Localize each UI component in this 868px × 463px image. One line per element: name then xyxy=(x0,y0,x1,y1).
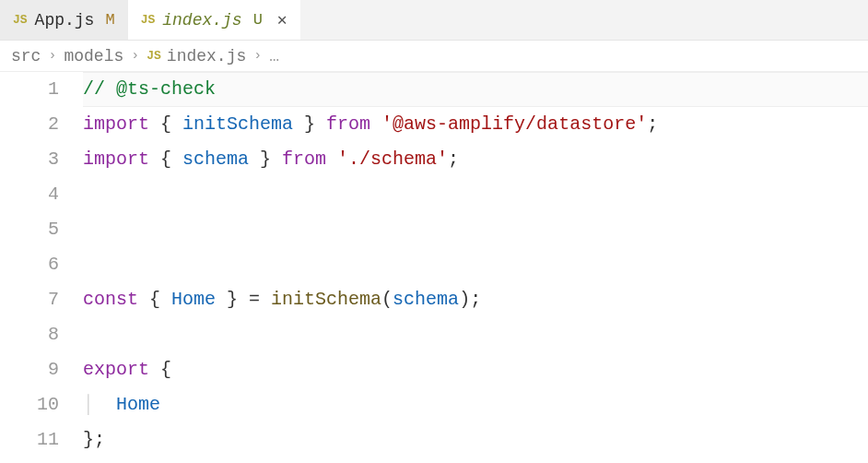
js-icon: JS xyxy=(13,13,28,27)
line-number: 8 xyxy=(0,317,59,352)
code-line[interactable]: const { Home } = initSchema(schema); xyxy=(83,282,868,317)
token-punct: ; xyxy=(448,148,459,170)
line-number: 9 xyxy=(0,352,59,387)
code-editor[interactable]: 1234567891011 // @ts-checkimport { initS… xyxy=(0,72,868,463)
token-string: '@aws-amplify/datastore' xyxy=(381,113,647,135)
token-ident: initSchema xyxy=(182,113,293,135)
breadcrumb: src › models › JS index.js › … xyxy=(0,41,868,72)
js-icon: JS xyxy=(141,13,156,27)
line-number: 2 xyxy=(0,107,59,142)
token-ident: schema xyxy=(393,289,459,310)
token-punct: { xyxy=(149,289,171,310)
indent-guide: │ xyxy=(83,387,94,422)
token-punct: { xyxy=(160,359,171,380)
line-number: 10 xyxy=(0,387,59,422)
breadcrumb-item[interactable]: models xyxy=(64,47,123,65)
code-line[interactable]: import { schema } from './schema'; xyxy=(83,142,868,177)
tab-label: App.js xyxy=(35,11,95,30)
token-func: initSchema xyxy=(271,289,381,310)
chevron-right-icon: › xyxy=(48,48,56,64)
code-line[interactable] xyxy=(83,247,868,282)
token-string: './schema' xyxy=(337,148,448,170)
token-ident: Home xyxy=(171,289,216,310)
line-number: 3 xyxy=(0,142,59,177)
token-keyword: from xyxy=(315,113,381,135)
token-comment: // @ts-check xyxy=(83,78,216,100)
line-number: 11 xyxy=(0,422,59,457)
git-status-untracked: U xyxy=(253,11,263,29)
token-punct: }; xyxy=(83,429,105,450)
js-icon: JS xyxy=(147,49,161,63)
token-punct: } = xyxy=(216,289,271,310)
git-status-modified: M xyxy=(105,11,114,29)
token-punct: { xyxy=(160,148,182,170)
line-number: 5 xyxy=(0,212,59,247)
token-punct: ); xyxy=(459,289,481,310)
line-number: 4 xyxy=(0,177,59,212)
tab-app-js[interactable]: JS App.js M xyxy=(0,0,128,40)
token-punct: { xyxy=(160,113,182,135)
token-ident: Home xyxy=(116,394,160,415)
line-number: 1 xyxy=(0,72,59,107)
token-keyword: const xyxy=(83,289,149,310)
line-number: 7 xyxy=(0,282,59,317)
code-line[interactable]: // @ts-check xyxy=(83,72,868,107)
line-number: 6 xyxy=(0,247,59,282)
token-plain xyxy=(94,394,116,415)
code-area[interactable]: // @ts-checkimport { initSchema } from '… xyxy=(83,72,868,463)
code-line[interactable] xyxy=(83,212,868,247)
token-punct: ; xyxy=(647,113,658,135)
token-punct: } xyxy=(249,148,271,170)
token-keyword: import xyxy=(83,148,160,170)
token-punct: ( xyxy=(381,289,393,310)
token-keyword: export xyxy=(83,359,160,380)
code-line[interactable]: import { initSchema } from '@aws-amplify… xyxy=(83,107,868,142)
breadcrumb-file-label: index.js xyxy=(167,47,246,65)
line-number-gutter: 1234567891011 xyxy=(0,72,83,463)
tab-index-js[interactable]: JS index.js U ✕ xyxy=(128,0,300,40)
code-line[interactable] xyxy=(83,317,868,352)
breadcrumb-ellipsis[interactable]: … xyxy=(269,47,279,65)
chevron-right-icon: › xyxy=(131,48,139,64)
code-line[interactable] xyxy=(83,177,868,212)
chevron-right-icon: › xyxy=(253,48,262,64)
token-punct: } xyxy=(293,113,315,135)
token-keyword: from xyxy=(271,148,337,170)
breadcrumb-file[interactable]: JS index.js xyxy=(147,47,246,65)
code-line[interactable]: }; xyxy=(83,422,868,457)
close-icon[interactable]: ✕ xyxy=(277,12,287,29)
code-line[interactable]: export { xyxy=(83,352,868,387)
code-line[interactable]: │ Home xyxy=(83,387,868,422)
tab-bar: JS App.js M JS index.js U ✕ xyxy=(0,0,868,41)
tab-label: index.js xyxy=(162,11,241,30)
breadcrumb-item[interactable]: src xyxy=(11,47,41,65)
token-keyword: import xyxy=(83,113,160,135)
token-ident: schema xyxy=(182,148,249,170)
